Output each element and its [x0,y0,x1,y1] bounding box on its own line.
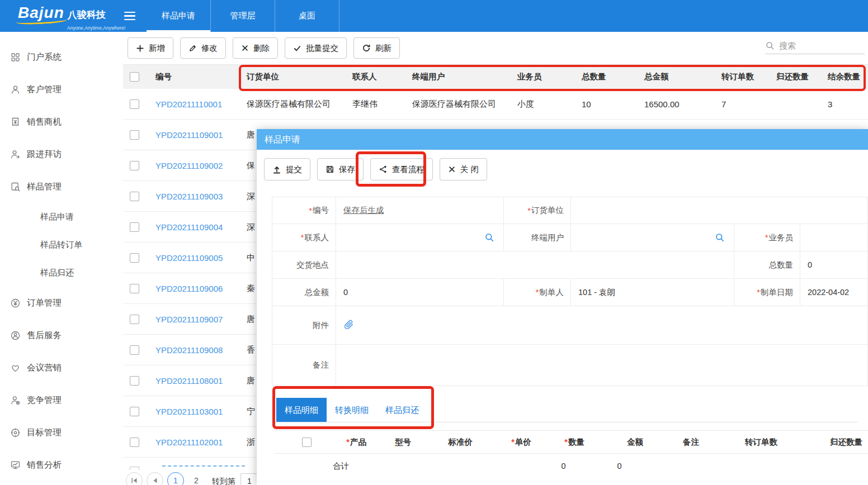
maker-field[interactable]: 101 - 袁朗 [571,279,734,306]
select-all-checkbox[interactable] [130,72,139,82]
column-header[interactable]: 联系人 [346,72,405,82]
sidebar-item-aftersales[interactable]: 售后服务 [0,319,123,351]
row-id-link[interactable]: YPD20211102001 [155,438,223,447]
detail-select-all-checkbox[interactable] [302,438,312,447]
field-label-make-date: *制单日期 [734,279,800,306]
add-button[interactable]: 新增 [128,37,173,59]
close-icon [448,165,456,173]
sidebar-item-customers[interactable]: 客户管理 [0,73,123,106]
row-checkbox[interactable] [130,284,139,293]
first-page-button[interactable] [126,472,143,485]
row-checkbox[interactable] [130,345,139,355]
sidebar-item-sample-apply[interactable]: 样品申请 [0,203,123,231]
delete-button[interactable]: 删除 [233,37,278,59]
row-id-link[interactable]: YPD20211109001 [155,130,223,140]
refresh-button[interactable]: 刷新 [353,37,400,59]
column-header[interactable]: 编号 [149,72,240,82]
sidebar-item-collaboration[interactable]: 协同办公 [0,481,123,485]
delivery-place-field[interactable] [336,251,734,279]
column-header[interactable]: 总金额 [638,72,715,82]
row-id-link[interactable]: YPD20211109005 [155,253,223,263]
row-checkbox[interactable] [130,99,139,109]
row-id-link[interactable]: YPD20211109003 [155,192,223,201]
save-icon [326,165,334,174]
column-header[interactable]: 终端用户 [405,72,511,82]
row-id-link[interactable]: YPD20211103001 [155,407,223,416]
tab-convert-detail[interactable]: 转换明细 [327,398,377,422]
page-number-1[interactable]: 1 [167,472,184,485]
row-checkbox[interactable] [130,130,139,140]
row-checkbox[interactable] [130,315,139,324]
no-field[interactable]: 保存后生成 [336,197,504,224]
sidebar-item-opportunities[interactable]: 销售商机 [0,106,123,138]
sidebar-item-portal[interactable]: 门户系统 [0,41,123,73]
row-checkbox[interactable] [130,467,139,470]
total-label: 合计 [327,461,372,472]
row-id-link[interactable]: YPD20211109004 [155,222,223,232]
table-row: YPD20211110001 保源医疗器械有限公司 李继伟 保源医疗器械有限公司… [123,89,868,120]
goto-page-input[interactable] [240,473,258,485]
menu-toggle-icon[interactable] [124,0,147,32]
column-header[interactable]: 转订单数 [715,72,770,82]
contact-search-icon[interactable] [484,232,494,242]
batch-submit-button[interactable]: 批量提交 [285,37,347,59]
save-button[interactable]: 保存 [317,158,364,180]
nav-tab-sample-apply[interactable]: 样品申请 [147,0,211,32]
customer-icon [10,84,21,95]
sidebar-item-samples[interactable]: 样品管理 [0,170,123,203]
row-id-link[interactable]: YPD20211108001 [155,376,223,386]
grid-icon [10,52,21,63]
row-checkbox[interactable] [130,222,139,232]
tab-sample-detail[interactable]: 样品明细 [276,398,327,422]
search-input[interactable] [779,41,852,50]
opportunity-icon [10,117,21,127]
first-page-icon [130,477,138,484]
end-user-field[interactable] [571,224,734,251]
row-checkbox[interactable] [130,161,139,170]
column-header[interactable]: 订货单位 [240,72,346,82]
row-id-link[interactable]: YPD20211109002 [155,161,223,170]
row-checkbox[interactable] [130,253,139,263]
prev-page-button[interactable] [147,472,163,485]
edit-button[interactable]: 修改 [180,37,226,59]
submit-button[interactable]: 提交 [264,158,310,180]
column-header[interactable]: 总数量 [575,72,638,82]
sidebar-item-orders[interactable]: 订单管理 [0,287,123,319]
nav-tab-desktop[interactable]: 桌面 [275,0,339,32]
view-flow-button[interactable]: 查看流程 [370,158,433,180]
row-checkbox[interactable] [130,376,139,386]
sidebar-item-analysis[interactable]: 销售分析 [0,449,123,481]
sidebar-item-targets[interactable]: 目标管理 [0,416,123,449]
sidebar-item-meetings[interactable]: 会议营销 [0,351,123,384]
sidebar-item-sample-return[interactable]: 样品归还 [0,259,123,287]
column-header[interactable]: 业务员 [511,72,575,82]
paperclip-icon[interactable] [343,320,355,331]
page-number-2[interactable]: 2 [188,472,205,485]
tabs-divider [272,422,858,422]
analysis-icon [10,460,21,470]
column-header[interactable]: 归还数量 [770,72,821,82]
sidebar-item-followup[interactable]: 跟进拜访 [0,138,123,170]
contact-field[interactable] [336,224,504,251]
remark-field[interactable] [336,345,868,386]
nav-tab-management[interactable]: 管理层 [211,0,275,32]
tab-sample-return[interactable]: 样品归还 [377,398,427,422]
row-checkbox[interactable] [130,407,139,416]
order-unit-field[interactable] [571,197,868,224]
row-checkbox[interactable] [130,192,139,201]
sidebar-item-sample-to-order[interactable]: 样品转订单 [0,231,123,259]
sidebar-item-competition[interactable]: 竞争管理 [0,384,123,416]
row-id-link[interactable]: YPD20211110001 [155,99,222,109]
column-header[interactable]: 结余数量 [821,72,868,82]
row-checkbox[interactable] [130,438,139,447]
make-date-field[interactable]: 2022-04-02 [800,279,868,306]
app-window: Bajun 八骏科技 Anyone,Anytime,Anywhere! 样品申请… [0,0,868,485]
goto-page-label: 转到第 [212,477,235,485]
close-button[interactable]: 关 闭 [440,158,487,180]
row-id-link[interactable]: YPD20211109006 [155,284,223,293]
dialog-toolbar: 提交 保存 查看流程 关 闭 [264,158,494,180]
row-id-link[interactable]: YPD20211109007 [155,315,223,324]
end-user-search-icon[interactable] [715,232,725,242]
salesman-field[interactable] [800,224,868,251]
row-id-link[interactable]: YPD20211109008 [155,345,223,355]
